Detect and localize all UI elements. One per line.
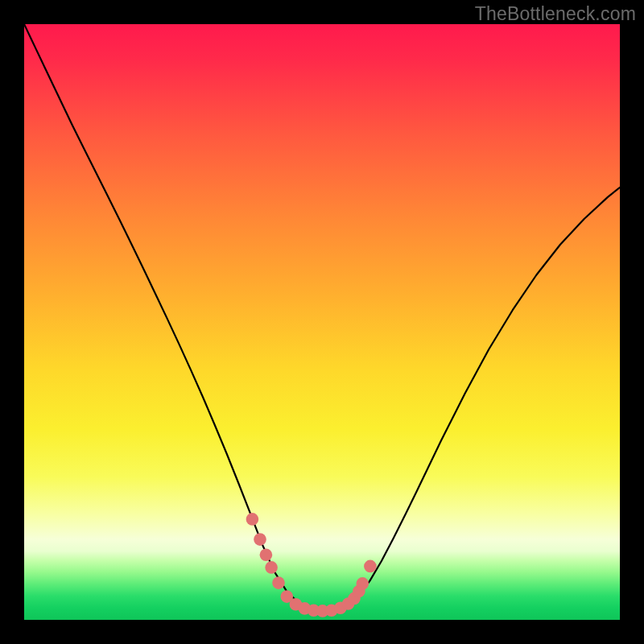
marker-dot xyxy=(272,576,285,589)
marker-dot xyxy=(357,577,369,590)
highlight-markers xyxy=(246,513,377,617)
outer-frame: TheBottleneck.com xyxy=(0,0,644,644)
bottleneck-curve xyxy=(24,24,620,611)
curve-layer xyxy=(24,24,620,620)
plot-area xyxy=(24,24,620,620)
marker-dot xyxy=(364,560,377,573)
marker-dot xyxy=(246,513,259,526)
marker-dot xyxy=(254,533,266,546)
watermark-text: TheBottleneck.com xyxy=(475,3,636,25)
marker-dot xyxy=(260,549,273,562)
marker-dot xyxy=(265,561,278,574)
